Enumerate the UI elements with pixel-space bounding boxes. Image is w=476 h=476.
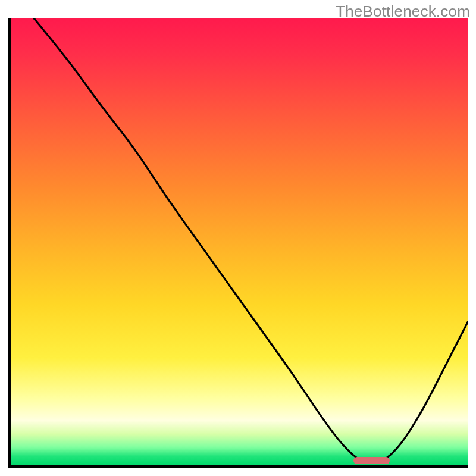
curve-layer [11,18,468,465]
chart-stage: TheBottleneck.com [0,0,476,476]
plot-area [8,18,468,468]
optimal-range-marker [353,457,390,464]
bottleneck-curve [33,18,468,463]
